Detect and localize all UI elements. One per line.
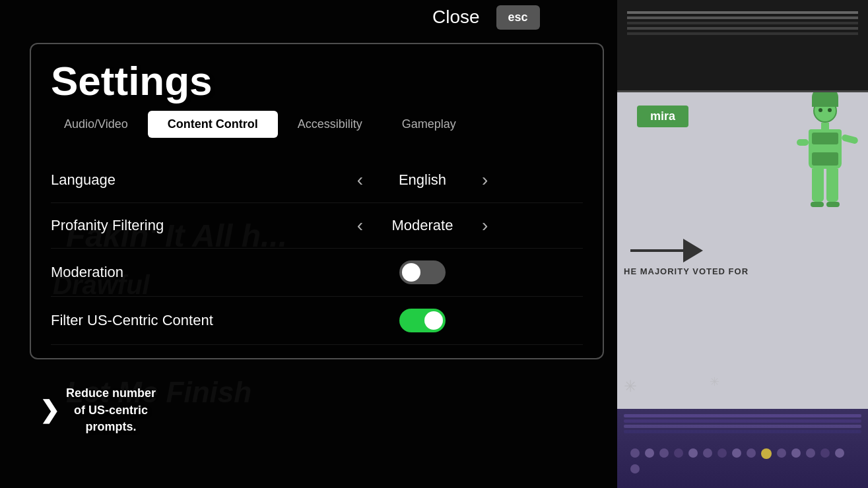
esc-badge[interactable]: esc — [496, 5, 540, 30]
language-label: Language — [51, 171, 262, 189]
game-panel-right: mira HE MAJORITY VOTED FOR — [617, 0, 868, 488]
dots-row — [617, 439, 868, 483]
game-top-strip — [617, 0, 868, 92]
game-scene: mira HE MAJORITY VOTED FOR — [617, 0, 868, 488]
tab-gameplay[interactable]: Gameplay — [382, 111, 476, 138]
language-row: Language ‹ English › — [51, 158, 583, 203]
close-button-area: Close esc — [422, 3, 540, 31]
tooltip-arrow-icon[interactable]: ❯ — [40, 396, 59, 424]
profanity-value: Moderate — [383, 217, 462, 234]
game-bottom-strip — [617, 409, 868, 488]
filter-us-centric-toggle-knob — [424, 311, 443, 330]
profanity-filtering-control: ‹ Moderate › — [262, 215, 583, 236]
profanity-next-button[interactable]: › — [475, 215, 494, 236]
tab-content-control[interactable]: Content Control — [148, 111, 278, 138]
tooltip-text: Reduce numberof US-centricprompts. — [66, 385, 156, 435]
filter-us-centric-toggle[interactable] — [399, 309, 446, 332]
profanity-filtering-row: Profanity Filtering ‹ Moderate › — [51, 203, 583, 249]
language-next-button[interactable]: › — [475, 169, 494, 191]
settings-panel: Settings Audio/Video Content Control Acc… — [30, 43, 604, 359]
settings-body: Language ‹ English › Profanity Filtering… — [31, 151, 603, 351]
language-control: ‹ English › — [262, 169, 583, 191]
language-prev-button[interactable]: ‹ — [351, 169, 370, 191]
tabs-row: Audio/Video Content Control Accessibilit… — [31, 111, 603, 138]
moderation-label: Moderation — [51, 264, 262, 281]
game-mid-area: mira HE MAJORITY VOTED FOR — [617, 92, 868, 409]
profanity-filtering-label: Profanity Filtering — [51, 217, 262, 234]
profanity-prev-button[interactable]: ‹ — [351, 215, 370, 236]
character-figure — [809, 99, 842, 207]
filter-us-centric-toggle-container — [262, 309, 583, 332]
close-button[interactable]: Close — [422, 3, 490, 31]
moderation-row: Moderation — [51, 249, 583, 297]
moderation-toggle-container — [262, 260, 583, 284]
filter-us-centric-label: Filter US-Centric Content — [51, 312, 262, 329]
settings-title: Settings — [31, 44, 603, 111]
tooltip-callout: ❯ Reduce numberof US-centricprompts. — [40, 385, 156, 435]
character-name-tag: mira — [637, 106, 688, 127]
voted-text: HE MAJORITY VOTED FOR — [624, 266, 749, 276]
tab-audio-video[interactable]: Audio/Video — [44, 111, 148, 138]
language-value: English — [383, 171, 462, 189]
tab-accessibility[interactable]: Accessibility — [278, 111, 382, 138]
moderation-toggle[interactable] — [399, 260, 446, 284]
moderation-toggle-knob — [402, 263, 420, 282]
filter-us-centric-row: Filter US-Centric Content — [51, 297, 583, 345]
